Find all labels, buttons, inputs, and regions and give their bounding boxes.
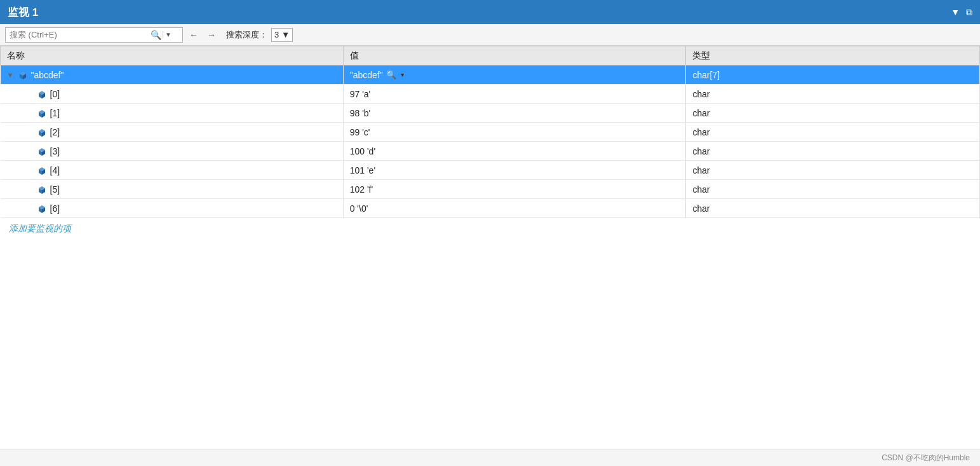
magnifier-dropdown-icon[interactable]: ▼ — [399, 69, 406, 81]
name-cell-idx0: [0] — [1, 85, 344, 104]
table-row[interactable]: [3]100 'd'char — [1, 142, 980, 161]
row-name: [4] — [50, 165, 60, 175]
row-name: [5] — [50, 184, 60, 195]
watch-window: 监视 1 ▼ ⧉ 🔍 ▼ ← → 搜索深度： 3 ▼ 名称 值 类型 — [0, 0, 980, 466]
depth-label: 搜索深度： — [226, 29, 267, 41]
pin-icon[interactable]: ⧉ — [966, 7, 972, 18]
value-cell-idx4: 101 'e' — [343, 161, 686, 180]
title-bar-left: 监视 1 — [8, 5, 38, 20]
row-name: [0] — [50, 89, 60, 99]
title-bar-right: ▼ ⧉ — [951, 7, 972, 18]
table-row[interactable]: [4]101 'e'char — [1, 161, 980, 180]
row-name: [6] — [50, 203, 60, 214]
name-cell-idx1: [1] — [1, 104, 344, 123]
title-bar: 监视 1 ▼ ⧉ — [0, 0, 980, 24]
col-name: 名称 — [1, 46, 344, 65]
type-cell-idx0: char — [686, 85, 980, 104]
value-cell-idx5: 102 'f' — [343, 180, 686, 199]
row-value: 0 '\0' — [350, 203, 368, 214]
footer: CSDN @不吃肉的Humble — [0, 449, 980, 466]
value-cell-idx2: 99 'c' — [343, 123, 686, 142]
row-value: 97 'a' — [350, 89, 371, 99]
table-row[interactable]: [6]0 '\0'char — [1, 199, 980, 218]
cube-icon — [37, 185, 46, 194]
cube-icon — [37, 128, 46, 137]
name-cell-idx5: [5] — [1, 180, 344, 199]
row-name: "abcdef" — [31, 70, 64, 80]
cube-icon — [37, 204, 46, 213]
value-cell-root: "abcdef"🔍▼ — [343, 65, 686, 85]
row-value: 99 'c' — [350, 127, 370, 137]
cube-icon — [37, 109, 46, 118]
name-cell-root: ▼ "abcdef" — [1, 65, 344, 85]
table-row[interactable]: [1]98 'b'char — [1, 104, 980, 123]
type-cell-idx6: char — [686, 199, 980, 218]
watch-table: 名称 值 类型 ▼ "abcdef""abcdef"🔍▼char[7] [0]9… — [0, 46, 980, 218]
value-cell-idx3: 100 'd' — [343, 142, 686, 161]
table-container: 名称 值 类型 ▼ "abcdef""abcdef"🔍▼char[7] [0]9… — [0, 46, 980, 449]
add-watch-label[interactable]: 添加要监视的项 — [0, 218, 980, 240]
depth-select[interactable]: 3 ▼ — [271, 28, 293, 42]
cube-icon — [37, 90, 46, 99]
expand-arrow[interactable]: ▼ — [7, 71, 15, 79]
col-type: 类型 — [686, 46, 980, 65]
search-box: 🔍 ▼ — [5, 27, 183, 43]
name-cell-idx3: [3] — [1, 142, 344, 161]
depth-value: 3 — [274, 30, 279, 39]
type-cell-idx3: char — [686, 142, 980, 161]
cube-icon — [18, 71, 27, 79]
magnifier-icon[interactable]: 🔍 — [386, 69, 397, 81]
table-row[interactable]: ▼ "abcdef""abcdef"🔍▼char[7] — [1, 65, 980, 85]
value-cell-idx1: 98 'b' — [343, 104, 686, 123]
row-name: [3] — [50, 146, 60, 156]
table-row[interactable]: [5]102 'f'char — [1, 180, 980, 199]
window-title: 监视 1 — [8, 5, 38, 20]
row-name: [2] — [50, 127, 60, 137]
row-name: [1] — [50, 108, 60, 118]
toolbar: 🔍 ▼ ← → 搜索深度： 3 ▼ — [0, 24, 980, 46]
type-cell-root: char[7] — [686, 65, 980, 85]
row-value: 101 'e' — [350, 165, 375, 175]
table-row[interactable]: [0]97 'a'char — [1, 85, 980, 104]
type-cell-idx4: char — [686, 161, 980, 180]
type-cell-idx5: char — [686, 180, 980, 199]
row-value: "abcdef" — [350, 70, 383, 80]
depth-dropdown-icon: ▼ — [281, 30, 290, 39]
row-value: 102 'f' — [350, 184, 373, 195]
cube-icon — [37, 166, 46, 175]
value-cell-idx0: 97 'a' — [343, 85, 686, 104]
col-value: 值 — [343, 46, 686, 65]
dropdown-icon[interactable]: ▼ — [951, 7, 960, 17]
type-cell-idx1: char — [686, 104, 980, 123]
search-input[interactable] — [10, 30, 149, 39]
table-header-row: 名称 值 类型 — [1, 46, 980, 65]
name-cell-idx6: [6] — [1, 199, 344, 218]
name-cell-idx4: [4] — [1, 161, 344, 180]
row-value: 98 'b' — [350, 108, 371, 118]
forward-button[interactable]: → — [205, 29, 218, 41]
name-cell-idx2: [2] — [1, 123, 344, 142]
cube-icon — [37, 147, 46, 156]
row-value: 100 'd' — [350, 146, 375, 156]
type-cell-idx2: char — [686, 123, 980, 142]
search-dropdown-icon[interactable]: ▼ — [163, 31, 171, 38]
back-button[interactable]: ← — [187, 29, 201, 41]
table-row[interactable]: [2]99 'c'char — [1, 123, 980, 142]
search-icon[interactable]: 🔍 — [149, 30, 163, 40]
credit-text: CSDN @不吃肉的Humble — [882, 453, 970, 463]
value-cell-idx6: 0 '\0' — [343, 199, 686, 218]
